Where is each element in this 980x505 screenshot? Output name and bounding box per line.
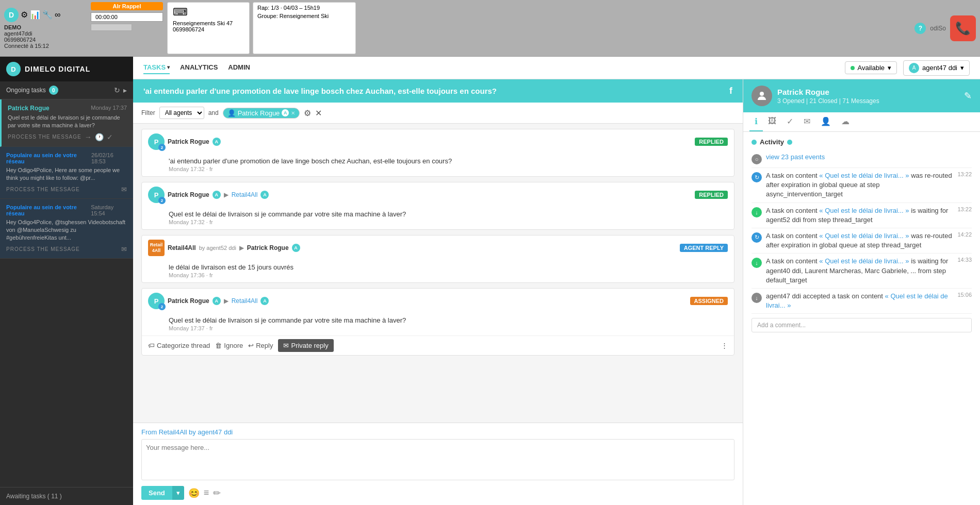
right-panel: Patrick Rogue 3 Opened | 21 Closed | 71 … xyxy=(743,79,980,505)
private-reply-icon: ✉ xyxy=(283,342,289,349)
view-past-link[interactable]: view 23 past events xyxy=(766,153,825,161)
phone-call-button[interactable]: 📞 xyxy=(950,15,976,41)
task-forward-icon[interactable]: → xyxy=(85,133,92,141)
reroute-icon-1: ↻ xyxy=(752,172,762,182)
msg-status-1: REPLIED xyxy=(695,138,728,146)
activity-bullet2 xyxy=(787,140,792,145)
refresh-icon[interactable]: ↻ xyxy=(114,86,120,94)
from-source: Retail4All xyxy=(159,428,187,436)
filter-settings-icon[interactable]: ⚙ xyxy=(304,108,311,118)
rp-tab-person[interactable]: 👤 xyxy=(815,112,836,131)
agent-info-badge[interactable]: A agent47 ddi ▾ xyxy=(903,60,970,76)
msg-status-2: REPLIED xyxy=(695,191,728,199)
msg-to-2: Retail4All xyxy=(232,191,258,198)
rp-tab-check[interactable]: ✓ xyxy=(781,112,798,131)
formatting-icon[interactable]: ≡ xyxy=(204,487,209,498)
sidebar-header: D DIMELO DIGITAL xyxy=(0,57,133,81)
attach-icon[interactable]: ✏ xyxy=(213,487,221,499)
facebook-icon: f xyxy=(729,86,732,96)
filter-agent-name: Patrick Rogue xyxy=(238,109,280,117)
agent-dropdown-arrow: ▾ xyxy=(960,64,964,72)
agent-filter-tag[interactable]: 👤 Patrick Rogue A ✕ xyxy=(223,108,300,119)
all-agents-select[interactable]: All agents xyxy=(159,107,204,119)
emoji-icon[interactable]: 😊 xyxy=(188,487,200,499)
help-icon[interactable]: ? xyxy=(914,23,926,34)
reply-textarea[interactable] xyxy=(141,439,734,480)
nav-analytics[interactable]: ANALYTICS xyxy=(180,61,218,74)
convo-title: 'ai entendu parler d'une promotion de la… xyxy=(143,87,497,95)
activity-text-5: agent47 ddi accepted a task on content «… xyxy=(766,292,953,310)
more-options-button[interactable]: ⋮ xyxy=(721,342,728,349)
task-item-3[interactable]: Populaire au sein de votre réseau Saturd… xyxy=(0,199,133,259)
more-icon[interactable]: ∞ xyxy=(55,10,60,20)
msg-avatar-3: Retail4All xyxy=(148,240,165,256)
categorize-thread-button[interactable]: 🏷 Categorize thread xyxy=(148,342,210,349)
send-button[interactable]: Send xyxy=(141,486,172,500)
activity-time-3: 14:22 xyxy=(957,231,972,238)
activity-time-1: 13:22 xyxy=(957,171,972,177)
source-badge-2: 2 xyxy=(158,197,166,204)
task-date-1: Monday 17:37 xyxy=(91,105,127,111)
phone-block: ⌨ Renseignements Ski 47 0699806724 xyxy=(167,2,250,54)
activity-text-4: A task on content « Quel est le délai de… xyxy=(766,257,953,285)
msg-to-4: Retail4All xyxy=(232,297,258,305)
chart-icon[interactable]: 📊 xyxy=(30,10,40,20)
nav-tasks[interactable]: TASKS ▾ xyxy=(143,61,170,74)
activity-item-1: ↻ A task on content « Quel est le délai … xyxy=(752,168,972,203)
activity-item-4: ↓ A task on content « Quel est le délai … xyxy=(752,254,972,289)
task-sender-2: Populaire au sein de votre réseau xyxy=(6,152,91,164)
task-email-icon-3[interactable]: ✉ xyxy=(121,245,127,253)
task-msg-2: Hey Odigo4Police, Here are some people w… xyxy=(6,166,127,182)
rp-tab-cloud[interactable]: ☁ xyxy=(836,112,855,131)
task-msg-3: Hey Odigo4Police, @tsghessen Videobotsch… xyxy=(6,218,127,242)
convo-main: 'ai entendu parler d'une promotion de la… xyxy=(133,79,743,505)
rp-tab-info[interactable]: ℹ xyxy=(749,112,763,131)
msg-agent-tag-4: A xyxy=(213,297,221,305)
recall-badge[interactable]: Alr Rappel xyxy=(91,2,163,10)
task-item-2[interactable]: Populaire au sein de votre réseau 26/02/… xyxy=(0,147,133,199)
filter-agent-remove[interactable]: ✕ xyxy=(291,110,295,116)
recall-block: Alr Rappel 00:00:00 xyxy=(91,2,163,54)
msg-actions-4: 🏷 Categorize thread 🗑 Ignore ↩ Reply xyxy=(142,335,734,355)
send-dropdown-button[interactable]: ▾ xyxy=(172,486,184,500)
message-1: P 2 Patrick Rogue A REPLIED 'ai entendu … xyxy=(141,129,734,177)
rp-contact-name: Patrick Rogue xyxy=(777,88,879,96)
reply-button[interactable]: ↩ Reply xyxy=(248,342,273,349)
sidebar-brand: DIMELO DIGITAL xyxy=(25,65,90,73)
filter-and: and xyxy=(208,109,219,116)
rp-body: Activity ○ view 23 past events ↻ A task … xyxy=(743,132,980,505)
sidebar-more-icon[interactable]: ▸ xyxy=(123,86,127,94)
task-process-1: PROCESS THE MESSAGE xyxy=(8,134,81,140)
available-status-badge[interactable]: Available ▾ xyxy=(845,61,897,74)
settings2-icon[interactable]: 🔧 xyxy=(42,10,53,20)
activity-bullet xyxy=(752,140,757,145)
private-reply-button[interactable]: ✉ Private reply xyxy=(278,339,333,352)
task-item-1[interactable]: Patrick Rogue Monday 17:37 Quel est le d… xyxy=(0,99,133,147)
source-badge-4: 2 xyxy=(158,303,166,310)
task-list: Patrick Rogue Monday 17:37 Quel est le d… xyxy=(0,99,133,487)
rp-stats: 3 Opened | 21 Closed | 71 Messages xyxy=(777,97,879,105)
rp-tab-message[interactable]: ✉ xyxy=(798,112,815,131)
task-email-icon-2[interactable]: ✉ xyxy=(121,186,127,193)
rp-header: Patrick Rogue 3 Opened | 21 Closed | 71 … xyxy=(743,79,980,112)
filter-clear-icon[interactable]: ✕ xyxy=(315,108,322,118)
rp-edit-button[interactable]: ✎ xyxy=(964,90,972,102)
message-3: Retail4All Retail4All by agent52 ddi ▶ P… xyxy=(141,235,734,283)
msg-agent-label-3: by agent52 ddi xyxy=(199,245,236,251)
available-dropdown-arrow: ▾ xyxy=(888,64,891,72)
task-clock-icon[interactable]: 🕐 xyxy=(95,133,104,141)
task-process-2: PROCESS THE MESSAGE xyxy=(6,187,80,192)
task-msg-1: Quel est le délai de livraison si je com… xyxy=(8,114,127,130)
msg-sender-1: Patrick Rogue xyxy=(168,138,209,145)
task-sender-1: Patrick Rogue xyxy=(8,105,50,112)
gear-icon[interactable]: ⚙ xyxy=(21,10,28,20)
msg-agent-tag-2: A xyxy=(213,191,221,199)
dimelo-logo-icon[interactable]: D xyxy=(4,8,19,22)
task-check-icon[interactable]: ✓ xyxy=(107,133,113,141)
nav-admin[interactable]: ADMIN xyxy=(228,61,250,74)
msg-meta-1: Monday 17:32 · fr xyxy=(169,166,728,172)
connected-status: Connecté à 15:12 xyxy=(4,43,87,49)
ignore-button[interactable]: 🗑 Ignore xyxy=(215,342,243,349)
rp-tab-history[interactable]: 🖼 xyxy=(763,112,781,131)
add-comment-input[interactable]: Add a comment... xyxy=(752,318,972,332)
